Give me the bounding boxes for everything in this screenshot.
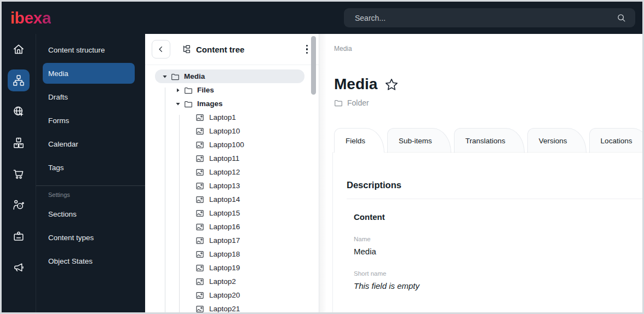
tree-item[interactable]: Laptop11: [155, 152, 304, 165]
image-icon: [196, 154, 204, 163]
sidebar-item-label: Media: [48, 69, 68, 78]
rail-item-dashboard[interactable]: [8, 38, 30, 60]
tree-item-label: Files: [197, 86, 214, 94]
sidebar-menu: Content structure Media Drafts Forms Cal…: [36, 34, 145, 312]
tree-item-label: Laptop100: [209, 141, 244, 149]
tree-item-label: Laptop10: [209, 127, 240, 135]
sidebar-item-label: Object States: [48, 257, 93, 265]
main-content: Media Media Folder Fields Sub-items Tran…: [319, 34, 642, 312]
sidebar-item-sections[interactable]: Sections: [43, 203, 135, 224]
collapse-tree-button[interactable]: [152, 40, 170, 59]
tree-item-label: Laptop18: [209, 250, 240, 258]
tree-item[interactable]: Laptop15: [155, 206, 304, 220]
tab-translations[interactable]: Translations: [454, 128, 525, 153]
sidebar-item-content-structure[interactable]: Content structure: [43, 39, 135, 60]
tab-versions[interactable]: Versions: [527, 128, 586, 153]
tree-item[interactable]: Laptop1: [155, 111, 304, 124]
sidebar-item-forms[interactable]: Forms: [43, 110, 135, 131]
rail-item-admin[interactable]: [8, 225, 30, 247]
tab-locations[interactable]: Locations: [589, 128, 642, 153]
content-tree-title: Content tree: [196, 45, 244, 54]
tree-item[interactable]: Laptop12: [155, 165, 304, 179]
rail-item-site[interactable]: [8, 101, 30, 123]
tab-sub-items[interactable]: Sub-items: [387, 128, 451, 153]
image-icon: [196, 223, 204, 231]
tree-item[interactable]: Laptop21: [155, 302, 304, 312]
folder-icon: [184, 86, 193, 95]
search-icon[interactable]: [617, 13, 626, 22]
commerce-cart-icon: [12, 167, 25, 181]
tree-scrollbar[interactable]: [311, 36, 316, 95]
ibexa-logo[interactable]: ibexa: [10, 9, 51, 27]
tree-item-label: Laptop19: [209, 264, 240, 272]
tree-item-label: Laptop2: [209, 277, 236, 286]
tree-item-images[interactable]: Images: [155, 97, 304, 111]
tree-item[interactable]: Laptop16: [155, 220, 304, 234]
rail-item-products[interactable]: [8, 132, 30, 154]
tree-item[interactable]: Laptop20: [155, 288, 304, 302]
product-boxes-icon: [12, 136, 25, 149]
tree-item[interactable]: Laptop13: [155, 179, 304, 193]
image-icon: [196, 113, 204, 122]
site-globe-icon: [12, 105, 25, 118]
chevron-left-icon: [157, 45, 165, 54]
tree-item-label: Laptop11: [209, 154, 239, 162]
content-tree-header: Content tree: [145, 34, 319, 65]
sidebar-item-content-types[interactable]: Content types: [43, 227, 135, 248]
ibexa-admin-window: ibexa Content structure Media Drafts For…: [0, 0, 644, 314]
caret-right-icon[interactable]: [175, 88, 181, 93]
image-icon: [196, 195, 204, 204]
image-icon: [196, 236, 204, 245]
section-heading: Descriptions: [347, 180, 626, 190]
sidebar-item-object-states[interactable]: Object States: [43, 251, 135, 271]
sidebar-divider: [36, 185, 145, 186]
sidebar-item-calendar[interactable]: Calendar: [43, 133, 135, 154]
search-input[interactable]: [355, 14, 617, 22]
favorite-star-icon[interactable]: [384, 78, 399, 92]
sidebar-item-label: Content types: [48, 234, 94, 242]
content-tree-panel: Content tree Media Files: [145, 34, 319, 312]
content-tree-icon: [182, 44, 192, 54]
tree-item-label: Media: [184, 72, 205, 80]
image-icon: [196, 209, 204, 218]
tree-item-label: Laptop1: [209, 113, 236, 121]
tree-item-label: Laptop15: [209, 209, 240, 217]
rail-item-personalization[interactable]: [8, 194, 30, 216]
tree-item-files[interactable]: Files: [155, 83, 304, 97]
caret-down-icon[interactable]: [162, 74, 168, 79]
tree-item-media[interactable]: Media: [155, 69, 304, 83]
tab-fields[interactable]: Fields: [334, 128, 384, 153]
tree-item[interactable]: Laptop100: [155, 138, 304, 152]
tree-item-label: Laptop13: [209, 182, 240, 190]
rail-item-content[interactable]: [8, 69, 30, 91]
content-tree-list: Media Files Images Laptop1 Laptop10 Lapt…: [145, 65, 319, 312]
image-icon: [196, 305, 204, 313]
tree-item-label: Laptop16: [209, 223, 240, 231]
tree-item-label: Laptop12: [209, 168, 240, 176]
tree-item[interactable]: Laptop14: [155, 193, 304, 206]
rail-item-commerce[interactable]: [8, 163, 30, 185]
field-label: Name: [354, 236, 626, 242]
image-icon: [196, 168, 204, 177]
tree-item-label: Images: [197, 100, 223, 108]
tree-item[interactable]: Laptop10: [155, 124, 304, 138]
tree-item[interactable]: Laptop19: [155, 261, 304, 275]
folder-icon: [184, 100, 193, 108]
tree-item[interactable]: Laptop18: [155, 247, 304, 261]
rail-item-campaigns[interactable]: [8, 257, 30, 278]
image-icon: [196, 141, 204, 149]
kebab-menu-icon[interactable]: [304, 43, 311, 56]
caret-down-icon[interactable]: [175, 101, 181, 107]
sidebar-item-drafts[interactable]: Drafts: [43, 86, 135, 107]
sidebar-item-media[interactable]: Media: [43, 63, 135, 84]
tree-item-label: Laptop17: [209, 236, 240, 245]
tree-item[interactable]: Laptop2: [155, 275, 304, 288]
content-type-label: Folder: [347, 98, 369, 107]
global-search[interactable]: [344, 8, 635, 27]
sidebar-item-tags[interactable]: Tags: [43, 157, 135, 178]
tree-item[interactable]: Laptop17: [155, 234, 304, 247]
breadcrumb[interactable]: Media: [334, 45, 642, 53]
sidebar-item-label: Forms: [48, 117, 69, 125]
image-icon: [196, 291, 204, 300]
tree-item-label: Laptop14: [209, 195, 240, 203]
